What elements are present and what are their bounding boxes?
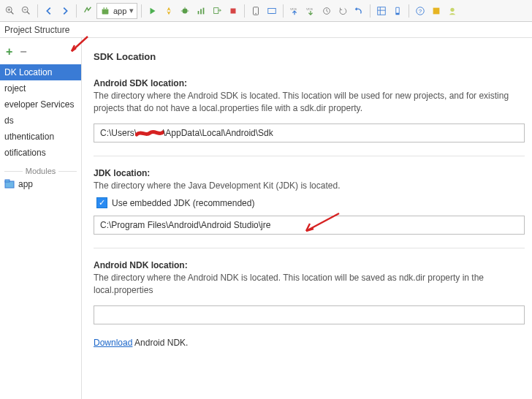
svg-rect-35 (5, 180, 10, 182)
vcs-history-icon[interactable] (319, 4, 334, 18)
sdk-location-desc: The directory where the Android SDK is l… (94, 90, 532, 115)
use-embedded-jdk-label: Use embedded JDK (recommended) (112, 198, 254, 208)
zoom-in-icon[interactable] (3, 4, 18, 18)
sidebar: + − DK Location roject eveloper Services… (0, 38, 82, 399)
jdk-location-input[interactable]: C:\Program Files\Android\Android Studio\… (94, 216, 525, 235)
svg-rect-7 (102, 9, 109, 14)
vcs-commit-icon[interactable]: VCS (303, 4, 318, 18)
sdk-location-label: Android SDK location: (94, 78, 532, 88)
svg-text:?: ? (419, 7, 422, 14)
zoom-out-icon[interactable] (19, 4, 34, 18)
run-config-label: app (113, 7, 126, 15)
sdk-location-input[interactable]: C:\Users\ \AppData\Local\Android\Sdk (94, 123, 525, 142)
nav-forward-icon[interactable] (58, 4, 72, 18)
svg-rect-15 (200, 9, 202, 14)
svg-line-1 (11, 11, 14, 14)
sidebar-item-project[interactable]: roject (0, 80, 81, 96)
svg-point-9 (106, 7, 107, 9)
attach-debugger-icon[interactable] (210, 4, 224, 18)
sidebar-item-ads[interactable]: ds (0, 113, 81, 129)
svg-point-33 (451, 7, 455, 11)
svg-point-20 (256, 12, 256, 13)
stop-icon[interactable] (226, 4, 240, 18)
use-embedded-jdk-checkbox[interactable]: ✓ (96, 197, 107, 208)
svg-text:VCS: VCS (306, 7, 313, 11)
page-title: SDK Location (94, 51, 532, 62)
svg-rect-16 (203, 7, 205, 14)
main-toolbar: app ▾ VCS VCS ? (0, 0, 532, 22)
ndk-download-row: Download Android NDK. (94, 338, 532, 348)
svg-line-5 (27, 11, 30, 14)
chevron-down-icon: ▾ (129, 6, 134, 15)
svg-rect-17 (214, 7, 218, 13)
debug-icon[interactable] (178, 4, 192, 18)
avd-manager-icon[interactable] (248, 4, 263, 18)
sdk-manager-icon[interactable] (265, 4, 279, 18)
window-title-bar: Project Structure (0, 22, 532, 38)
download-ndk-suffix: Android NDK. (132, 338, 188, 348)
sidebar-item-developer-services[interactable]: eveloper Services (0, 96, 81, 113)
build-icon[interactable] (80, 4, 95, 18)
svg-point-10 (183, 8, 188, 13)
add-icon[interactable]: + (6, 45, 12, 58)
module-icon (4, 179, 15, 189)
sidebar-item-authentication[interactable]: uthentication (0, 129, 81, 145)
ndk-location-label: Android NDK location: (94, 260, 532, 270)
nav-back-icon[interactable] (42, 4, 56, 18)
notifications-icon[interactable] (429, 4, 444, 18)
device-file-explorer-icon[interactable] (390, 4, 405, 18)
run-config-dropdown[interactable]: app ▾ (96, 3, 137, 19)
svg-point-8 (103, 7, 104, 9)
sidebar-item-sdk-location[interactable]: DK Location (0, 64, 81, 80)
svg-rect-18 (231, 8, 236, 13)
apply-changes-icon[interactable] (162, 4, 176, 18)
window-title: Project Structure (4, 25, 69, 35)
profile-icon[interactable] (194, 4, 208, 18)
download-ndk-link[interactable]: Download (94, 338, 132, 348)
svg-rect-21 (268, 8, 276, 13)
svg-rect-32 (433, 7, 440, 14)
android-icon (100, 6, 110, 16)
run-icon[interactable] (145, 4, 160, 18)
svg-text:VCS: VCS (290, 7, 297, 11)
jdk-location-desc: The directory where the Java Development… (94, 180, 532, 192)
vcs-revert-icon[interactable] (335, 4, 350, 18)
redacted-username (135, 128, 164, 138)
undo-icon[interactable] (352, 4, 366, 18)
annotation-arrow-2 (299, 210, 343, 240)
jdk-location-label: JDK location: (94, 168, 532, 178)
ndk-location-desc: The directory where the Android NDK is l… (94, 272, 532, 297)
ndk-location-input[interactable] (94, 305, 525, 324)
svg-rect-25 (378, 7, 386, 15)
module-name: app (18, 179, 33, 189)
sidebar-module-app[interactable]: app (0, 177, 81, 191)
sidebar-item-notifications[interactable]: otifications (0, 145, 81, 161)
svg-rect-14 (198, 11, 200, 14)
sidebar-modules-heading: Modules (0, 161, 81, 177)
vcs-update-icon[interactable]: VCS (287, 4, 302, 18)
user-icon[interactable] (445, 4, 460, 18)
layout-editor-icon[interactable] (374, 4, 389, 18)
help-icon[interactable]: ? (413, 4, 428, 18)
svg-rect-29 (397, 7, 400, 12)
main-panel: SDK Location Android SDK location: The d… (82, 38, 532, 399)
remove-icon[interactable]: − (20, 45, 26, 58)
